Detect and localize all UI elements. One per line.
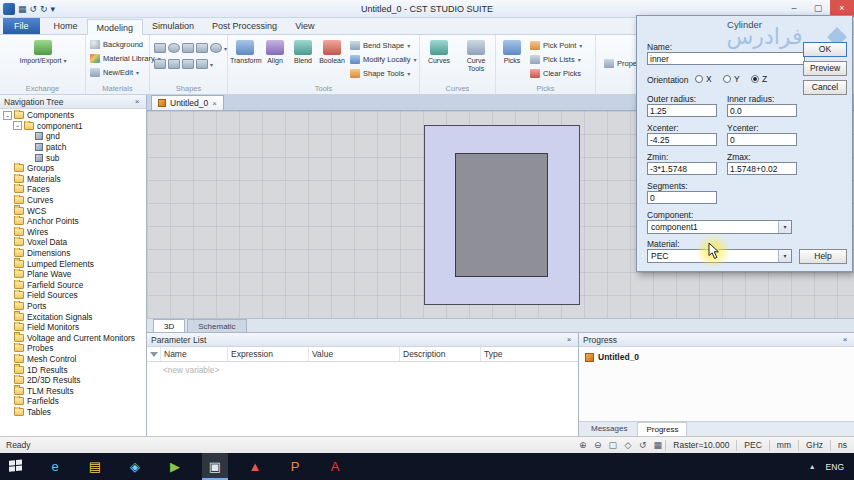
patch[interactable] <box>455 153 548 277</box>
transform-button[interactable]: Transform <box>230 40 260 65</box>
param-column-expression[interactable]: Expression <box>228 347 309 361</box>
tree-item-lumped-elements[interactable]: Lumped Elements <box>0 258 146 269</box>
tree-item-sub[interactable]: sub <box>0 152 146 163</box>
tree-item-groups[interactable]: Groups <box>0 163 146 174</box>
pick-lists-button[interactable]: Pick Lists ▾ <box>530 55 581 64</box>
cuboid-shape-icon[interactable] <box>154 43 166 53</box>
cone-shape-icon[interactable] <box>196 43 208 53</box>
outer-radius-field[interactable] <box>647 104 717 117</box>
tree-item-2d-3d-results[interactable]: 2D/3D Results <box>0 375 146 386</box>
tree-item-wires[interactable]: Wires <box>0 227 146 238</box>
param-column-type[interactable]: Type <box>481 347 578 361</box>
tree-collapse-icon[interactable]: - <box>13 121 22 130</box>
zoom-out-icon[interactable]: ⊖ <box>590 440 605 450</box>
rotate-view-icon[interactable]: ↺ <box>635 440 650 450</box>
tab-progress[interactable]: Progress <box>637 422 687 436</box>
tree-item-1d-results[interactable]: 1D Results <box>0 364 146 375</box>
parameter-list-body[interactable]: <new variable> <box>147 362 578 436</box>
name-field[interactable] <box>647 52 805 65</box>
orientation-x-radio[interactable]: X <box>695 74 712 84</box>
parameter-list-close-icon[interactable]: × <box>564 335 574 344</box>
tree-item-wcs[interactable]: WCS <box>0 205 146 216</box>
document-tab-untitled-0[interactable]: Untitled_0 × <box>151 95 224 110</box>
torus-shape-icon[interactable] <box>210 43 222 53</box>
progress-panel-close-icon[interactable]: × <box>840 335 850 344</box>
tree-item-field-sources[interactable]: Field Sources <box>0 290 146 301</box>
zmax-field[interactable] <box>727 162 797 175</box>
tab-home[interactable]: Home <box>45 18 87 34</box>
taskbar-cst-studio[interactable]: ▣ <box>202 453 228 480</box>
chamfer-shape-icon[interactable] <box>196 59 208 69</box>
orientation-y-radio[interactable]: Y <box>723 74 740 84</box>
zmin-field[interactable] <box>647 162 717 175</box>
curve-tools-button[interactable]: Curve Tools <box>459 40 493 73</box>
undo-icon[interactable]: ↺ <box>30 3 38 15</box>
boolean-button[interactable]: Boolean <box>317 40 347 65</box>
modify-locally-button[interactable]: Modify Locally ▾ <box>350 55 417 64</box>
language-indicator[interactable]: ENG <box>826 462 844 472</box>
taskbar-safari[interactable]: ◈ <box>122 453 148 480</box>
tab-simulation[interactable]: Simulation <box>143 18 203 34</box>
tree-item-curves[interactable]: Curves <box>0 195 146 206</box>
cancel-button[interactable]: Cancel <box>803 80 847 95</box>
ycenter-field[interactable] <box>727 133 797 146</box>
import-export-button[interactable]: Import/Export ▾ <box>8 40 78 65</box>
tree-item-ports[interactable]: Ports <box>0 301 146 312</box>
tree-item-voltage-and-current-monitors[interactable]: Voltage and Current Monitors <box>0 332 146 343</box>
tab-post-processing[interactable]: Post Processing <box>203 18 286 34</box>
view-tab-schematic[interactable]: Schematic <box>187 319 246 332</box>
tree-item-farfields[interactable]: Farfields <box>0 396 146 407</box>
tree-item-components[interactable]: -Components <box>0 110 146 121</box>
orientation-z-radio[interactable]: Z <box>751 74 767 84</box>
start-button[interactable] <box>0 453 32 480</box>
app-logo-icon[interactable] <box>3 3 15 15</box>
new-edit-button[interactable]: New/Edit ▾ <box>90 68 139 77</box>
select-icon[interactable]: ◇ <box>620 440 635 450</box>
document-tab-close-icon[interactable]: × <box>212 99 217 108</box>
taskbar-adobe-app[interactable]: ▲ <box>242 453 268 480</box>
background-button[interactable]: Background <box>90 40 143 49</box>
tree-item-plane-wave[interactable]: Plane Wave <box>0 269 146 280</box>
taskbar-internet-explorer[interactable]: e <box>42 453 68 480</box>
preview-button[interactable]: Preview <box>803 61 847 76</box>
segments-field[interactable] <box>647 191 717 204</box>
chevron-down-icon[interactable]: ▾ <box>224 45 227 52</box>
extrude-shape-icon[interactable] <box>154 59 166 69</box>
chevron-down-icon[interactable]: ▾ <box>210 61 213 68</box>
tray-overflow-icon[interactable]: ▲ <box>809 463 816 470</box>
bend-shape-button[interactable]: Bend Shape ▾ <box>350 41 410 50</box>
loft-shape-icon[interactable] <box>168 59 180 69</box>
tree-item-probes[interactable]: Probes <box>0 343 146 354</box>
param-column-name[interactable]: Name <box>161 347 228 361</box>
tree-item-tlm-results[interactable]: TLM Results <box>0 385 146 396</box>
grid-icon[interactable]: ▦ <box>650 440 665 450</box>
tree-item-component1[interactable]: -component1 <box>0 121 146 132</box>
pick-point-button[interactable]: Pick Point ▾ <box>530 41 582 50</box>
tab-file[interactable]: File <box>3 18 40 34</box>
xcenter-field[interactable] <box>647 133 717 146</box>
taskbar-acrobat-reader[interactable]: A <box>322 453 348 480</box>
taskbar-media-app[interactable]: ▶ <box>162 453 188 480</box>
ok-button[interactable]: OK <box>803 42 847 57</box>
tree-item-faces[interactable]: Faces <box>0 184 146 195</box>
sphere-shape-icon[interactable] <box>168 43 180 53</box>
view-tab-3d[interactable]: 3D <box>153 319 185 332</box>
zoom-in-icon[interactable]: ⊕ <box>575 440 590 450</box>
filter-icon-cell[interactable] <box>147 347 161 361</box>
tree-item-materials[interactable]: Materials <box>0 174 146 185</box>
tree-item-voxel-data[interactable]: Voxel Data <box>0 237 146 248</box>
progress-item-untitled-0[interactable]: Untitled_0 <box>585 352 848 362</box>
redo-icon[interactable]: ↻ <box>40 3 48 15</box>
tree-item-tables[interactable]: Tables <box>0 407 146 418</box>
tab-messages[interactable]: Messages <box>583 422 635 436</box>
cylinder-shape-icon[interactable] <box>182 43 194 53</box>
tree-item-excitation-signals[interactable]: Excitation Signals <box>0 311 146 322</box>
qat-dropdown-icon[interactable]: ▾ <box>51 3 56 15</box>
tree-item-dimensions[interactable]: Dimensions <box>0 248 146 259</box>
taskbar-file-explorer[interactable]: ▤ <box>82 453 108 480</box>
tree-item-anchor-points[interactable]: Anchor Points <box>0 216 146 227</box>
tree-collapse-icon[interactable]: - <box>3 111 12 120</box>
clear-picks-button[interactable]: Clear Picks <box>530 69 581 78</box>
sweep-shape-icon[interactable] <box>182 59 194 69</box>
inner-radius-field[interactable] <box>727 104 797 117</box>
